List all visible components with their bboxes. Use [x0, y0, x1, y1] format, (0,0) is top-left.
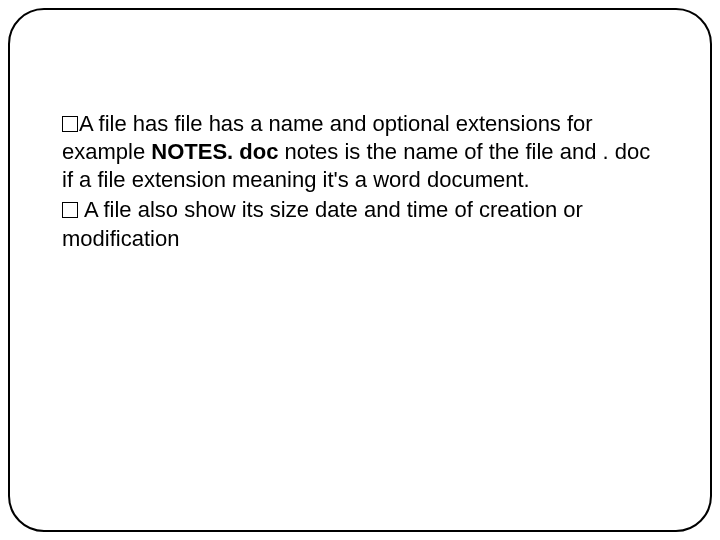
slide-frame: [8, 8, 712, 532]
slide: A file has file has a name and optional …: [0, 0, 720, 540]
slide-content: A file has file has a name and optional …: [62, 110, 666, 255]
bullet-2-text: A file also show its size date and time …: [62, 197, 583, 250]
bullet-1-bold: NOTES. doc: [151, 139, 278, 164]
bullet-item-1: A file has file has a name and optional …: [62, 110, 666, 194]
square-bullet-icon: [62, 116, 78, 132]
square-bullet-icon: [62, 202, 78, 218]
bullet-item-2: A file also show its size date and time …: [62, 196, 666, 252]
